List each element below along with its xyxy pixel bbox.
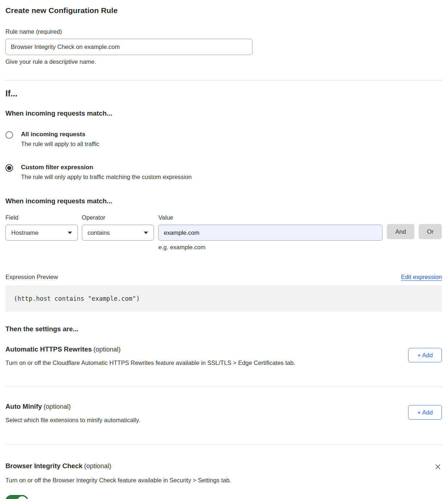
rule-name-input[interactable] xyxy=(5,39,252,55)
rule-name-help: Give your rule a descriptive name. xyxy=(5,58,442,65)
match-heading: When incoming requests match... xyxy=(5,109,442,117)
setting-optional-suffix: (optional) xyxy=(84,462,111,470)
value-label: Value xyxy=(158,214,382,221)
setting-divider xyxy=(5,444,442,445)
close-icon xyxy=(435,463,441,470)
value-help: e.g. example.com xyxy=(158,244,382,251)
radio-description: The rule will only apply to traffic matc… xyxy=(21,174,192,180)
setting-divider xyxy=(5,386,442,387)
chevron-down-icon xyxy=(144,232,148,234)
check-icon: ✓ xyxy=(9,498,14,499)
chevron-down-icon xyxy=(68,232,72,234)
page-title: Create new Configuration Rule xyxy=(5,6,442,15)
and-button[interactable]: And xyxy=(387,224,414,239)
operator-select-value: contains xyxy=(88,229,110,236)
radio-label: Custom filter expression xyxy=(21,164,192,171)
rule-name-label: Rule name (required) xyxy=(5,28,442,35)
setting-card-browser-integrity-check: Browser Integrity Check (optional) Turn … xyxy=(5,462,442,499)
field-select[interactable]: Hostname xyxy=(5,225,78,241)
section-divider xyxy=(5,80,442,80)
rule-name-group: Rule name (required) Give your rule a de… xyxy=(5,28,442,65)
if-heading: If... xyxy=(5,89,442,99)
value-input[interactable] xyxy=(158,225,382,241)
expression-preview-code: (http.host contains "example.com") xyxy=(5,285,442,312)
setting-optional-suffix: (optional) xyxy=(93,346,121,353)
setting-description: Turn on or off the Cloudflare Automatic … xyxy=(5,359,295,366)
setting-optional-suffix: (optional) xyxy=(43,403,71,410)
add-automatic-https-rewrites-button[interactable]: + Add xyxy=(408,348,442,362)
or-button[interactable]: Or xyxy=(419,224,442,239)
radio-option-custom-filter-expression[interactable]: Custom filter expression The rule will o… xyxy=(5,164,442,180)
edit-expression-link[interactable]: Edit expression xyxy=(401,274,442,280)
radio-button-selected-icon[interactable] xyxy=(5,164,13,172)
setting-card-auto-minify: Auto Minify (optional) Select which file… xyxy=(5,403,442,445)
remove-setting-button[interactable] xyxy=(434,463,442,471)
setting-description: Turn on or off the Browser Integrity Che… xyxy=(5,477,360,484)
expression-builder-heading: When incoming requests match... xyxy=(5,197,442,205)
setting-title: Auto Minify xyxy=(5,403,42,410)
setting-title: Automatic HTTPS Rewrites xyxy=(5,345,92,353)
setting-title: Browser Integrity Check xyxy=(5,462,83,470)
radio-option-all-incoming-requests[interactable]: All incoming requests The rule will appl… xyxy=(5,131,442,147)
setting-title-row: Browser Integrity Check (optional) xyxy=(5,462,111,470)
setting-title-row: Automatic HTTPS Rewrites (optional) xyxy=(5,345,295,353)
operator-label: Operator xyxy=(82,214,154,221)
radio-description: The rule will apply to all traffic xyxy=(21,141,99,147)
field-label: Field xyxy=(5,214,78,221)
setting-title-row: Auto Minify (optional) xyxy=(5,403,140,411)
browser-integrity-check-toggle[interactable]: ✓ xyxy=(5,495,28,499)
toggle-knob[interactable] xyxy=(17,496,27,499)
expression-builder-row: Field Hostname Operator contains Value e… xyxy=(5,214,442,251)
expression-preview-header: Expression Preview Edit expression xyxy=(5,274,442,280)
add-auto-minify-button[interactable]: + Add xyxy=(408,405,442,420)
radio-button-icon[interactable] xyxy=(5,131,13,139)
setting-description: Select which file extensions to minify a… xyxy=(5,417,140,424)
then-settings-heading: Then the settings are... xyxy=(5,325,442,333)
setting-card-automatic-https-rewrites: Automatic HTTPS Rewrites (optional) Turn… xyxy=(5,345,442,387)
radio-label: All incoming requests xyxy=(21,131,99,138)
field-select-value: Hostname xyxy=(11,229,38,236)
expression-preview-label: Expression Preview xyxy=(5,274,58,280)
create-configuration-rule-page: Create new Configuration Rule Rule name … xyxy=(0,6,448,499)
operator-select[interactable]: contains xyxy=(82,225,154,241)
